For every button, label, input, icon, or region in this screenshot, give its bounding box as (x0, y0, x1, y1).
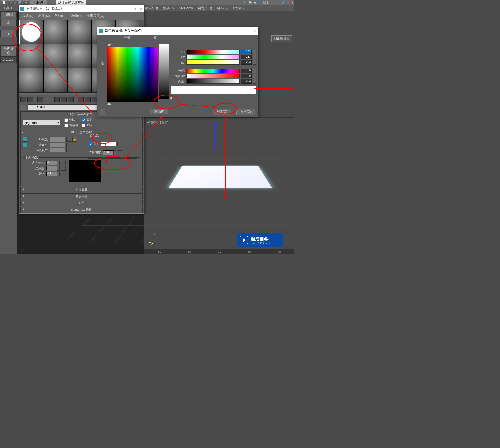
search-input[interactable]: 键入关键字或短语 (56, 0, 86, 5)
bright-input[interactable]: 253 (241, 79, 252, 84)
ambient-lock-icon[interactable] (23, 137, 27, 142)
reset-button[interactable]: 重置(R) (150, 109, 168, 114)
material-slot-3[interactable] (67, 20, 92, 44)
bright-slider[interactable] (186, 79, 240, 84)
diffuse-color-swatch[interactable] (50, 143, 65, 147)
blue-input[interactable]: 253 (241, 60, 252, 65)
material-slot-8[interactable] (67, 44, 92, 68)
toolbar-btn-1[interactable]: 📄 (1, 0, 7, 5)
me-tool-delete[interactable]: ✕ (44, 97, 50, 102)
me-tool-6[interactable] (61, 97, 67, 102)
me-tool-2[interactable] (27, 97, 33, 102)
me-menu-material[interactable]: 材质(M) (36, 13, 52, 19)
color-preview-swatch[interactable] (171, 86, 256, 94)
hue-input[interactable]: 0 (241, 69, 252, 73)
me-tool-3[interactable] (37, 97, 43, 102)
green-spin[interactable] (253, 55, 256, 59)
sat-spin[interactable] (253, 74, 256, 78)
self-illum-color-swatch[interactable] (101, 142, 116, 146)
sidebar-curve-shape[interactable]: 由形式 (0, 11, 17, 18)
viewport-label[interactable]: [+] [透视] [真实] (146, 120, 168, 125)
opacity-map-btn[interactable] (118, 150, 122, 155)
eyedropper-icon[interactable] (21, 105, 26, 110)
me-tool-8[interactable] (78, 97, 84, 102)
menu-help[interactable]: 帮助(H) (230, 5, 246, 11)
specular-map-btn[interactable] (66, 148, 71, 152)
menu-civil-view[interactable]: Civil View (176, 6, 195, 10)
glossiness-map-btn[interactable] (61, 166, 66, 171)
two-sided-check[interactable]: 双面 (82, 118, 92, 122)
rollout-supersampling[interactable]: +超级采样 (20, 193, 143, 199)
sidebar-object[interactable]: Plane00 (0, 57, 17, 63)
red-slider[interactable] (186, 50, 240, 54)
hue-slider[interactable] (186, 69, 240, 73)
dropdown-icon[interactable]: ▾ (292, 1, 293, 4)
red-input[interactable]: 253 (241, 50, 252, 54)
shader-type-select[interactable]: (B)Blinn (23, 120, 60, 125)
speclevel-map-btn[interactable] (61, 161, 66, 165)
green-input[interactable]: 253 (241, 55, 252, 59)
opacity-spinner[interactable]: 100 (103, 150, 116, 155)
me-tool-9[interactable] (85, 97, 91, 102)
color-eyedropper-icon[interactable] (100, 109, 105, 115)
me-tool-5[interactable] (54, 97, 60, 102)
close-icon[interactable]: ✕ (253, 29, 256, 33)
ambient-color-swatch[interactable] (50, 137, 65, 142)
whiteness-marker[interactable] (170, 96, 172, 100)
create-selection-set[interactable]: 创建选择集 (271, 35, 292, 42)
toolbar-btn-2[interactable]: ↩ (8, 0, 14, 5)
me-menu-options[interactable]: 选项(O) (68, 13, 84, 19)
bright-spin[interactable] (253, 79, 256, 84)
me-menu-mode[interactable]: 模式(D) (20, 13, 36, 19)
face-map-check[interactable]: 面贴图 (64, 123, 78, 127)
soften-spinner[interactable]: 0.1 (46, 172, 60, 176)
sidebar-sort[interactable]: 升序排序 (0, 45, 17, 57)
ambient-lock-btn[interactable]: 🔒 (72, 137, 77, 142)
hue-spin[interactable] (253, 69, 256, 73)
toolbar-btn-4[interactable]: ▾ (23, 0, 29, 5)
blue-slider[interactable] (186, 60, 240, 65)
material-slot-6[interactable] (19, 44, 43, 68)
green-slider[interactable] (186, 55, 240, 59)
timeline-ruler[interactable]: 50 60 70 80 90 (144, 249, 294, 254)
material-slot-1[interactable] (19, 20, 43, 44)
self-illum-color-check[interactable] (89, 142, 92, 146)
menu-customize[interactable]: 自定义(U) (195, 5, 215, 11)
specular-color-swatch[interactable] (50, 148, 65, 152)
star-icon[interactable]: ★ (254, 1, 256, 4)
material-slot-12[interactable] (43, 68, 67, 92)
me-tool-7[interactable] (68, 97, 74, 102)
diffuse-lock-icon[interactable] (23, 143, 27, 147)
self-illum-map-btn[interactable] (117, 142, 122, 146)
material-slot-13[interactable] (67, 68, 92, 92)
cancel-button[interactable]: 取消(C) (236, 109, 255, 115)
close-icon[interactable]: ✕ (140, 7, 143, 11)
red-spin[interactable] (253, 50, 256, 54)
collapse-icon[interactable]: - (22, 112, 26, 116)
specular-level-spinner[interactable]: 0 (46, 161, 60, 165)
rollout-maps[interactable]: +贴图 (20, 200, 143, 206)
wireframe-check[interactable]: 线框 (64, 118, 78, 122)
menu-tools[interactable]: 工具(T) (0, 5, 16, 11)
sidebar-show[interactable]: 示 (0, 30, 17, 37)
color-selector-titlebar[interactable]: 颜色选择器: 自发光颜色 ✕ (97, 27, 258, 35)
blue-spin[interactable] (253, 60, 256, 65)
sat-slider[interactable] (186, 74, 240, 78)
viewport-plane-object[interactable] (169, 166, 272, 187)
ok-button[interactable]: 确定(O) (213, 109, 231, 115)
material-slot-7[interactable] (43, 44, 67, 68)
move-gizmo[interactable] (214, 125, 215, 150)
toolbar-btn-link[interactable]: 🔗 (16, 0, 22, 5)
diffuse-map-btn[interactable] (66, 143, 71, 147)
collapse-icon[interactable]: - (22, 130, 26, 134)
menu-render[interactable]: 渲染(R) (161, 5, 176, 11)
x-icon[interactable]: ✗ (282, 0, 285, 5)
hue-saturation-box[interactable] (107, 47, 158, 102)
help-icon[interactable]: ❓ (287, 1, 290, 4)
ambient-map-btn[interactable] (66, 137, 71, 142)
maximize-icon[interactable]: ▢ (133, 7, 136, 11)
menu-maxscript[interactable]: 脚本(S) (215, 5, 230, 11)
material-slot-11[interactable] (19, 68, 43, 92)
satellite-icon[interactable]: 📡 (248, 1, 252, 4)
rollout-extended[interactable]: +扩展参数 (20, 187, 143, 193)
